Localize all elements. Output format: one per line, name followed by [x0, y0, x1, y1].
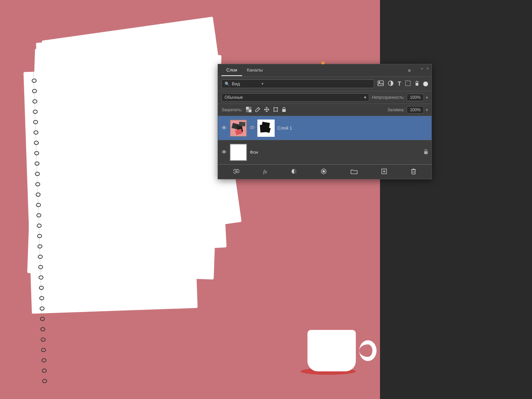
layer-1-thumbnail [230, 120, 247, 137]
spiral-dot [32, 78, 37, 83]
search-dropdown-arrow[interactable]: ▾ [262, 82, 264, 86]
dark-panel-background [380, 0, 532, 399]
spiral-dot [32, 99, 37, 103]
layers-panel: Слои Каналы « × ≡ 🔍 ▾ T [218, 64, 432, 179]
coffee-cup [304, 320, 366, 371]
filter-transform-icon[interactable] [405, 80, 411, 87]
svg-rect-8 [246, 110, 249, 112]
svg-rect-17 [282, 109, 286, 112]
spiral-dot [36, 203, 41, 207]
filter-lock-icon[interactable] [415, 80, 419, 87]
tab-channels[interactable]: Каналы [242, 65, 268, 76]
new-layer-button[interactable] [381, 169, 387, 175]
layers-list: 👁 Слой 1 � [218, 116, 431, 164]
opacity-label: Непрозрачность: [372, 95, 405, 100]
link-layers-button[interactable] [233, 169, 239, 175]
spiral-dot [35, 182, 40, 186]
search-input[interactable] [232, 81, 259, 86]
spiral-notebook [23, 66, 198, 314]
svg-rect-26 [412, 170, 415, 174]
filter-image-icon[interactable] [378, 80, 384, 87]
lock-all-icon[interactable] [282, 107, 286, 113]
tab-layers[interactable]: Слои [221, 65, 242, 76]
spiral-dot [33, 110, 38, 114]
lock-artboard-icon[interactable] [273, 107, 278, 113]
spirals [29, 78, 47, 307]
spiral-dot [37, 234, 42, 238]
fill-value[interactable]: 100% [407, 106, 424, 114]
svg-rect-12 [274, 108, 277, 111]
mask-shape [264, 127, 270, 133]
cup-body [307, 330, 356, 371]
search-row: 🔍 ▾ T [218, 77, 431, 91]
blend-mode-label: Обычные [225, 95, 243, 100]
spiral-dot [39, 286, 44, 290]
filter-icons: T [378, 80, 428, 87]
opacity-control: Непрозрачность: 100% ▾ [372, 94, 428, 101]
svg-rect-5 [246, 107, 249, 110]
lock-row: Закрепить: [218, 104, 431, 116]
layer-1-visibility-icon[interactable]: 👁 [221, 125, 227, 131]
add-mask-button[interactable] [321, 169, 327, 175]
svg-rect-7 [249, 107, 251, 110]
filter-text-icon[interactable]: T [398, 81, 401, 87]
spiral-dot [39, 296, 44, 300]
search-box[interactable]: 🔍 ▾ [221, 79, 374, 88]
filter-adjustment-icon[interactable] [388, 80, 393, 87]
layer-1-link-icon[interactable] [250, 125, 255, 131]
panel-menu-icon[interactable]: ≡ [408, 68, 411, 73]
spiral-dot [34, 151, 39, 155]
filter-state-indicator [423, 82, 428, 86]
svg-rect-0 [378, 81, 383, 86]
lock-transparent-icon[interactable] [246, 107, 251, 113]
spiral-dot [34, 141, 39, 145]
spiral-dot [40, 306, 45, 311]
spiral-dot [39, 275, 44, 279]
search-icon: 🔍 [225, 82, 230, 86]
layer-bg-lock-icon [424, 149, 428, 155]
panel-collapse-button[interactable]: « [421, 66, 423, 70]
spiral-dot [36, 192, 40, 197]
fill-control: Заливка: 100% ▾ [387, 106, 428, 114]
spiral-dot [32, 89, 37, 93]
spiral-dot [37, 244, 42, 248]
blend-mode-select[interactable]: Обычные ▾ [221, 93, 369, 102]
panel-bottom-toolbar: fx [218, 164, 431, 179]
spiral-dot [38, 255, 42, 259]
spiral-dot [33, 120, 38, 124]
group-layers-button[interactable] [351, 169, 358, 175]
fill-arrow[interactable]: ▾ [426, 108, 428, 112]
spiral-dot [36, 213, 41, 217]
spiral-dot [37, 224, 41, 228]
spiral-dot [38, 265, 43, 269]
layer-1-name: Слой 1 [277, 125, 428, 131]
svg-rect-3 [406, 81, 410, 86]
lock-icons [246, 107, 286, 113]
panel-header: Слои Каналы « × ≡ [218, 64, 431, 77]
lock-label: Закрепить: [221, 107, 243, 112]
opacity-arrow[interactable]: ▾ [426, 95, 428, 100]
svg-point-21 [323, 170, 325, 172]
blend-mode-row: Обычные ▾ Непрозрачность: 100% ▾ [218, 91, 431, 104]
fill-label: Заливка: [387, 107, 405, 112]
spiral-dot [35, 161, 39, 165]
layer-1-mask-thumbnail [257, 120, 275, 137]
layer-bg-name: Фон [250, 150, 421, 155]
add-adjustment-button[interactable] [291, 169, 297, 175]
opacity-value[interactable]: 100% [407, 94, 424, 101]
layer-row-bg[interactable]: 👁 Фон [218, 140, 431, 164]
layer-row-1[interactable]: 👁 Слой 1 [218, 116, 431, 140]
layer-bg-thumbnail [230, 144, 247, 161]
cup-handle [359, 340, 377, 361]
panel-window-controls: « × [421, 66, 429, 70]
layer-bg-visibility-icon[interactable]: 👁 [221, 149, 227, 155]
svg-rect-6 [249, 110, 251, 112]
lock-pixels-icon[interactable] [255, 107, 260, 113]
thumb-shape [235, 129, 242, 135]
delete-layer-button[interactable] [411, 168, 416, 176]
add-layer-style-button[interactable]: fx [263, 169, 267, 175]
panel-close-button[interactable]: × [427, 66, 429, 70]
lock-position-icon[interactable] [264, 107, 269, 113]
spiral-dot [35, 172, 40, 176]
svg-line-9 [258, 108, 259, 110]
